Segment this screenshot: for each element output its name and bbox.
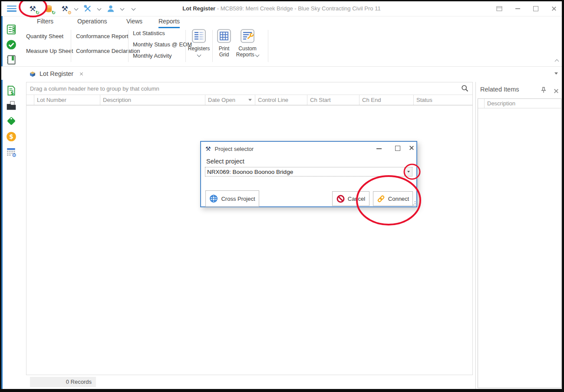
chevron-down-icon bbox=[197, 53, 201, 57]
globe-icon bbox=[209, 194, 218, 203]
panel-divider bbox=[475, 82, 476, 389]
column-header-status[interactable]: Status bbox=[414, 95, 472, 105]
print-grid-icon bbox=[217, 29, 231, 43]
tab-lot-register[interactable]: Lot Register bbox=[29, 69, 83, 79]
dialog-maximize-button[interactable] bbox=[395, 146, 400, 151]
ribbon-separator bbox=[185, 30, 186, 62]
document-tabstrip: Lot Register bbox=[1, 66, 562, 80]
window-controls bbox=[496, 1, 557, 16]
conformance-declaration-link[interactable]: Conformance Declaration bbox=[76, 48, 140, 54]
connect-button[interactable]: Connect bbox=[373, 191, 413, 206]
registers-label: Registers bbox=[188, 46, 210, 52]
refresh-badge-icon: ↻ bbox=[36, 10, 40, 15]
monthly-status-eom-link[interactable]: Monthly Status @ EOM bbox=[133, 41, 192, 48]
folder-document-icon[interactable] bbox=[6, 100, 17, 111]
notebook-bookmark-icon[interactable] bbox=[6, 54, 17, 65]
chevron-down-icon[interactable] bbox=[74, 6, 79, 10]
reconnect-project-icon: ⚒ bbox=[29, 5, 36, 13]
tab-views[interactable]: Views bbox=[126, 18, 142, 27]
chevron-down-icon[interactable] bbox=[120, 6, 125, 10]
quantity-sheet-link[interactable]: Quantity Sheet bbox=[26, 33, 63, 39]
minimize-button[interactable] bbox=[515, 8, 520, 9]
column-header-description[interactable]: Description bbox=[100, 95, 205, 105]
cross-project-label: Cross Project bbox=[221, 196, 255, 202]
project-tools-button[interactable]: ⚒ ⚙ bbox=[59, 3, 71, 14]
link-icon bbox=[377, 195, 385, 203]
search-icon[interactable] bbox=[461, 85, 469, 92]
project-combo-dropdown[interactable] bbox=[404, 167, 412, 176]
refresh-data-button[interactable]: ↻ bbox=[43, 3, 55, 14]
tab-close-icon[interactable] bbox=[79, 72, 83, 76]
records-count-badge: 0 Records bbox=[30, 377, 96, 387]
custom-reports-button[interactable]: Custom Reports bbox=[234, 29, 261, 58]
tab-filters[interactable]: Filters bbox=[37, 18, 53, 27]
group-by-panel[interactable]: Drag a column header here to group by th… bbox=[26, 82, 472, 95]
pin-icon[interactable] bbox=[541, 87, 546, 93]
ribbon-body: Quantity Sheet Measure Up Sheet Conforma… bbox=[1, 28, 562, 65]
menu-icon[interactable] bbox=[7, 6, 16, 12]
settings-tools-icon bbox=[83, 4, 92, 13]
invoice-dollar-icon[interactable]: $ bbox=[6, 85, 17, 96]
svg-text:⚙: ⚙ bbox=[12, 152, 16, 157]
grid-header-row: Lot Number Description Date Open Control… bbox=[26, 95, 472, 105]
toolbar-more-chevron-icon[interactable] bbox=[132, 6, 136, 10]
lot-register-grid: Drag a column header here to group by th… bbox=[26, 82, 473, 375]
table-settings-icon[interactable]: ⚙ bbox=[6, 146, 17, 157]
check-circle-icon[interactable] bbox=[6, 39, 17, 50]
maximize-button[interactable] bbox=[533, 6, 538, 11]
ribbon-separator bbox=[128, 30, 129, 62]
column-header-description[interactable]: Description bbox=[485, 99, 515, 108]
ribbon-separator bbox=[71, 30, 71, 62]
cancel-label: Cancel bbox=[348, 196, 365, 202]
monthly-activity-link[interactable]: Monthly Activity bbox=[133, 52, 172, 59]
select-project-label: Select project bbox=[206, 158, 244, 165]
chevron-down-icon[interactable] bbox=[97, 6, 102, 10]
registers-icon bbox=[191, 29, 206, 43]
interface-options-icon[interactable] bbox=[496, 6, 502, 11]
cancel-button[interactable]: Cancel bbox=[332, 191, 369, 206]
gear-badge-icon: ⚙ bbox=[67, 10, 72, 15]
column-header-ch-end[interactable]: Ch End bbox=[360, 95, 414, 105]
quick-access-toolbar: ⚒ ↻ ↻ ⚒ ⚙ bbox=[26, 3, 135, 15]
close-button[interactable] bbox=[551, 6, 557, 11]
project-combo-input[interactable] bbox=[205, 167, 406, 176]
print-grid-label-2: Grid bbox=[219, 52, 229, 58]
reconnect-project-button[interactable]: ⚒ ↻ bbox=[26, 3, 39, 14]
chevron-down-icon bbox=[407, 171, 410, 173]
clipboard-list-icon[interactable] bbox=[6, 24, 17, 35]
tab-operations[interactable]: Operations bbox=[77, 18, 107, 27]
user-button[interactable] bbox=[105, 3, 117, 14]
user-icon bbox=[107, 5, 115, 13]
ribbon-separator bbox=[212, 30, 213, 62]
tabstrip-dropdown-icon[interactable] bbox=[554, 72, 558, 75]
column-header-ch-start[interactable]: Ch Start bbox=[307, 95, 360, 105]
titlebar: ⚒ ↻ ↻ ⚒ ⚙ bbox=[1, 1, 562, 16]
related-panel-close-icon[interactable] bbox=[554, 88, 559, 94]
dialog-close-button[interactable] bbox=[409, 145, 414, 150]
cross-project-button[interactable]: Cross Project bbox=[205, 190, 259, 207]
cube-icon bbox=[29, 71, 36, 77]
tab-reports[interactable]: Reports bbox=[158, 18, 180, 28]
conformance-report-link[interactable]: Conformance Report bbox=[76, 33, 129, 39]
dialog-titlebar: ⚒ Project selector bbox=[205, 145, 254, 152]
tag-icon[interactable] bbox=[6, 115, 17, 127]
measure-up-sheet-link[interactable]: Measure Up Sheet bbox=[26, 48, 73, 54]
lot-statistics-link[interactable]: Lot Statistics bbox=[133, 30, 165, 36]
print-grid-label-1: Print bbox=[219, 46, 230, 52]
dialog-resize-grip[interactable] bbox=[412, 202, 416, 206]
dialog-minimize-button[interactable] bbox=[376, 148, 382, 149]
column-header-date-open[interactable]: Date Open bbox=[205, 95, 255, 105]
app-window: ⚒ ↻ ↻ ⚒ ⚙ bbox=[0, 0, 564, 392]
dollar-coin-icon[interactable]: $ bbox=[6, 131, 17, 142]
custom-reports-icon bbox=[240, 29, 255, 43]
project-combo bbox=[205, 167, 412, 176]
registers-button[interactable]: Registers bbox=[186, 29, 211, 58]
ribbon-collapse-chevron-icon[interactable] bbox=[555, 59, 559, 64]
settings-tools-button[interactable] bbox=[82, 3, 94, 14]
column-header-lot-number[interactable]: Lot Number bbox=[34, 95, 100, 105]
custom-reports-label-1: Custom bbox=[238, 46, 256, 52]
window-title-rest: - MCB589: Merri Creek Bridge - Blue Sky … bbox=[215, 5, 381, 12]
print-grid-button[interactable]: Print Grid bbox=[214, 29, 234, 58]
related-items-grid: Description bbox=[478, 98, 561, 388]
column-header-control-line[interactable]: Control Line bbox=[255, 95, 307, 105]
